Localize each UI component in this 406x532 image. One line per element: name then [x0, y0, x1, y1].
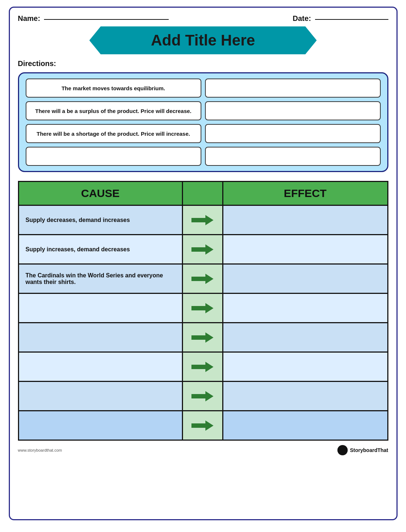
arrow-icon-4: [191, 302, 213, 315]
arrow-icon-5: [191, 331, 213, 344]
svg-rect-15: [191, 365, 207, 367]
header-row: Name: Date:: [18, 14, 388, 23]
match-left-4[interactable]: [26, 147, 201, 166]
effect-3[interactable]: [223, 265, 387, 293]
cause-1[interactable]: Supply decreases, demand increases: [19, 206, 183, 234]
svg-rect-21: [191, 423, 207, 426]
name-label: Name:: [18, 14, 40, 22]
match-right-3[interactable]: [205, 124, 381, 143]
effect-8[interactable]: [223, 411, 387, 440]
footer-logo: StoryboardThat: [337, 445, 388, 455]
arrow-icon-6: [191, 360, 213, 374]
svg-rect-18: [191, 394, 207, 396]
effect-5[interactable]: [223, 323, 387, 351]
cause-8[interactable]: [19, 411, 183, 440]
name-line: [44, 19, 169, 20]
banner-wrap: Add Title Here: [18, 26, 388, 54]
ce-row-7: [19, 381, 387, 410]
effect-1[interactable]: [223, 206, 387, 234]
svg-marker-20: [205, 391, 213, 401]
match-left-1[interactable]: The market moves towards equilibrium.: [26, 79, 201, 98]
effect-header: EFFECT: [223, 182, 387, 205]
directions-label: Directions:: [18, 59, 388, 68]
ce-row-1: Supply decreases, demand increases: [19, 205, 387, 234]
svg-rect-6: [191, 277, 207, 279]
effect-6[interactable]: [223, 353, 387, 381]
ce-row-4: [19, 293, 387, 322]
svg-rect-4: [191, 249, 207, 252]
svg-rect-19: [191, 396, 207, 398]
svg-rect-1: [191, 220, 207, 222]
svg-rect-22: [191, 426, 207, 428]
ce-row-3: The Cardinals win the World Series and e…: [19, 263, 387, 293]
svg-rect-7: [191, 279, 207, 281]
match-right-4[interactable]: [205, 147, 381, 166]
match-left-3[interactable]: There will be a shortage of the product.…: [26, 124, 201, 143]
arrow-icon-1: [191, 214, 213, 227]
arrow-8: [183, 411, 223, 440]
name-section: Name:: [18, 14, 169, 23]
match-right-2[interactable]: [205, 101, 381, 120]
ce-row-8: [19, 410, 387, 440]
arrow-7: [183, 382, 223, 410]
svg-marker-8: [205, 274, 213, 284]
cause-4[interactable]: [19, 294, 183, 322]
banner-title: Add Title Here: [151, 32, 255, 49]
arrow-icon-8: [191, 419, 213, 432]
svg-marker-2: [205, 215, 213, 225]
footer-url: www.storyboardthat.com: [18, 448, 62, 452]
svg-marker-23: [205, 420, 213, 431]
date-label: Date:: [293, 14, 311, 22]
svg-marker-17: [205, 362, 213, 372]
arrow-icon-3: [191, 272, 213, 285]
effect-4[interactable]: [223, 294, 387, 322]
ce-row-2: Supply increases, demand decreases: [19, 234, 387, 263]
footer-logo-text: StoryboardThat: [350, 447, 388, 453]
svg-marker-5: [205, 244, 213, 255]
ce-row-5: [19, 322, 387, 351]
arrow-icon-7: [191, 390, 213, 403]
arrow-6: [183, 353, 223, 381]
arrow-2: [183, 235, 223, 263]
svg-rect-12: [191, 335, 207, 338]
svg-marker-11: [205, 303, 213, 313]
cause-3[interactable]: The Cardinals win the World Series and e…: [19, 265, 183, 293]
match-right-1[interactable]: [205, 79, 381, 98]
date-line: [315, 19, 388, 20]
ce-header: CAUSE EFFECT: [19, 182, 387, 205]
page: Name: Date: Add Title Here Directions: T…: [9, 7, 398, 520]
cause-header: CAUSE: [19, 182, 183, 205]
arrow-3: [183, 265, 223, 293]
arrow-1: [183, 206, 223, 234]
effect-7[interactable]: [223, 382, 387, 410]
svg-rect-0: [191, 218, 207, 220]
arrow-4: [183, 294, 223, 322]
svg-rect-10: [191, 308, 207, 310]
cause-effect-table: CAUSE EFFECT Supply decreases, demand in…: [18, 181, 388, 441]
svg-marker-14: [205, 332, 213, 343]
cause-7[interactable]: [19, 382, 183, 410]
footer: www.storyboardthat.com StoryboardThat: [18, 444, 388, 455]
cause-2[interactable]: Supply increases, demand decreases: [19, 235, 183, 263]
storyboardthat-logo-icon: [337, 445, 348, 455]
svg-rect-9: [191, 306, 207, 308]
effect-2[interactable]: [223, 235, 387, 263]
ce-row-6: [19, 351, 387, 381]
cause-5[interactable]: [19, 323, 183, 351]
arrow-5: [183, 323, 223, 351]
arrow-icon-2: [191, 243, 213, 256]
cause-6[interactable]: [19, 353, 183, 381]
svg-rect-13: [191, 338, 207, 340]
matching-box: The market moves towards equilibrium. Th…: [18, 72, 388, 172]
svg-rect-3: [191, 247, 207, 249]
svg-rect-16: [191, 367, 207, 369]
ce-mid-header: [183, 182, 223, 205]
date-section: Date:: [293, 14, 388, 23]
match-left-2[interactable]: There will a be a surplus of the product…: [26, 101, 201, 120]
banner: Add Title Here: [89, 26, 317, 54]
